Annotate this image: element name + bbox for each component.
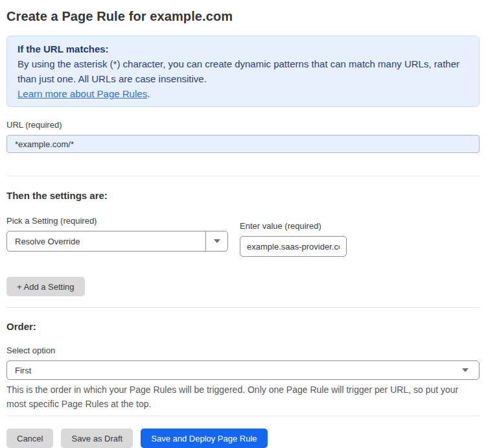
info-box-body: By using the asterisk (*) character, you… bbox=[17, 56, 469, 86]
divider bbox=[6, 176, 480, 176]
setting-value-input[interactable] bbox=[240, 236, 347, 257]
divider bbox=[6, 416, 480, 416]
settings-section-heading: Then the settings are: bbox=[6, 190, 480, 202]
value-field-label: Enter value (required) bbox=[240, 221, 347, 231]
order-select-label: Select option bbox=[6, 346, 480, 356]
page-title: Create a Page Rule for example.com bbox=[6, 8, 480, 24]
setting-picker-column: Pick a Setting (required) Resolve Overri… bbox=[6, 216, 228, 252]
link-suffix: . bbox=[147, 88, 150, 99]
order-section-heading: Order: bbox=[6, 321, 480, 333]
url-input[interactable] bbox=[6, 135, 480, 153]
footer-actions: Cancel Save as Draft Save and Deploy Pag… bbox=[6, 429, 480, 448]
settings-row: Pick a Setting (required) Resolve Overri… bbox=[6, 216, 480, 257]
add-setting-button[interactable]: + Add a Setting bbox=[6, 277, 85, 296]
caret-down-icon bbox=[462, 368, 469, 372]
cancel-button[interactable]: Cancel bbox=[6, 429, 53, 448]
learn-more-link[interactable]: Learn more about Page Rules bbox=[17, 88, 147, 99]
caret-down-icon[interactable] bbox=[205, 231, 227, 251]
save-as-draft-button[interactable]: Save as Draft bbox=[61, 429, 133, 448]
setting-select-value: Resolve Override bbox=[7, 237, 205, 246]
order-help-text: This is the order in which your Page Rul… bbox=[6, 383, 480, 411]
setting-picker-label: Pick a Setting (required) bbox=[6, 216, 228, 226]
info-link-line: Learn more about Page Rules. bbox=[17, 86, 469, 101]
order-select[interactable]: First bbox=[6, 360, 480, 380]
caret-down-icon bbox=[214, 239, 220, 243]
url-matches-info-box: If the URL matches: By using the asteris… bbox=[6, 36, 480, 107]
setting-value-column: Enter value (required) bbox=[240, 216, 347, 257]
url-field-label: URL (required) bbox=[6, 120, 480, 130]
info-box-heading: If the URL matches: bbox=[17, 41, 469, 56]
save-and-deploy-button[interactable]: Save and Deploy Page Rule bbox=[141, 429, 267, 448]
order-select-value: First bbox=[7, 366, 479, 375]
page-rule-form: Create a Page Rule for example.com If th… bbox=[0, 8, 486, 448]
setting-select[interactable]: Resolve Override bbox=[6, 231, 228, 252]
divider bbox=[6, 307, 480, 308]
